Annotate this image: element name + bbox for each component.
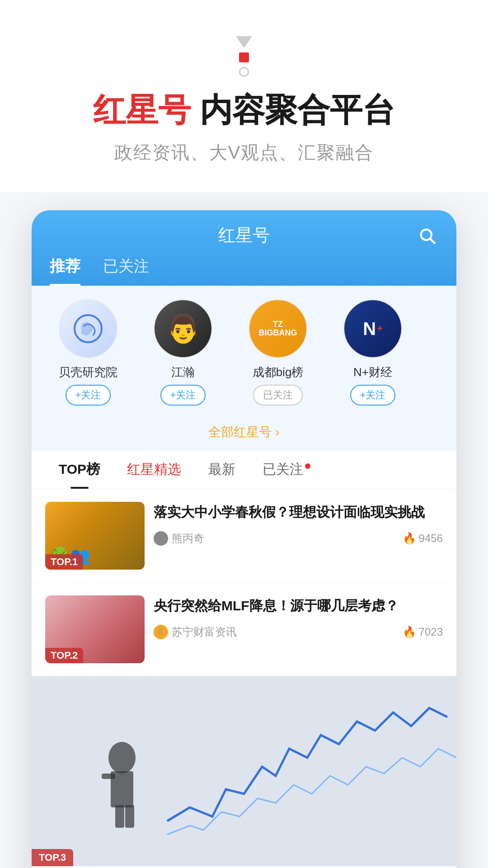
tab-following[interactable]: 已关注 — [103, 256, 149, 286]
article-meta-1: 熊丙奇 🔥 9456 — [154, 531, 443, 546]
tab-followed[interactable]: 已关注 — [249, 450, 324, 489]
article-large-body-3: 股市第一难题：如何提高上市公司质量？ 皮海洲 🔥 2208 — [32, 866, 456, 868]
channel-name-jiang: 江瀚 — [171, 364, 195, 380]
hero-title-black: 内容聚合平台 — [200, 92, 395, 128]
channel-name-bigbang: 成都big榜 — [253, 364, 304, 380]
hero-title: 红星号 内容聚合平台 — [18, 90, 470, 129]
rank-badge-2: TOP.2 — [45, 648, 83, 663]
article-large-3[interactable]: TOP.3 股市第一难题：如何提高上市公司质量？ 皮海洲 🔥 2208 — [32, 676, 456, 868]
app-title: 红星号 — [72, 224, 416, 247]
unread-dot — [305, 463, 310, 469]
channels-row: 贝壳研究院 +关注 👨 江瀚 +关注 TZBIGBANG 成都big榜 已关注 — [32, 286, 456, 415]
view-all-button[interactable]: 全部红星号 › — [32, 415, 456, 450]
triangle-icon — [236, 36, 252, 48]
article-large-image-3: TOP.3 — [32, 676, 456, 866]
phone-card: 红星号 推荐 已关注 — [32, 210, 456, 868]
phone-mockup-area: 红星号 推荐 已关注 — [0, 192, 488, 868]
follow-btn-jiang[interactable]: +关注 — [160, 385, 206, 406]
article-title-1: 落实大中小学春秋假？理想设计面临现实挑战 — [154, 502, 443, 522]
view-all-label: 全部红星号 — [208, 425, 272, 439]
channel-avatar-beike — [59, 299, 117, 358]
article-item[interactable]: TOP.1 落实大中小学春秋假？理想设计面临现实挑战 熊丙奇 🔥 9456 — [32, 489, 456, 583]
tab-redstar[interactable]: 红星精选 — [113, 450, 195, 489]
svg-point-4 — [108, 742, 136, 774]
article-item[interactable]: TOP.2 央行突然给MLF降息！源于哪几层考虑？ 苏 苏宁财富资讯 🔥 — [32, 583, 456, 676]
article-author-2: 苏 苏宁财富资讯 — [154, 625, 237, 639]
article-image-1: TOP.1 — [45, 502, 145, 570]
channel-name-beike: 贝壳研究院 — [59, 364, 117, 380]
article-content-2: 央行突然给MLF降息！源于哪几层考虑？ 苏 苏宁财富资讯 🔥 7023 — [154, 595, 443, 639]
article-count-2: 🔥 7023 — [403, 626, 443, 638]
svg-line-1 — [431, 239, 435, 243]
tab-recommend[interactable]: 推荐 — [50, 256, 80, 286]
channel-name-nplus: N+财经 — [353, 364, 392, 380]
tab-latest[interactable]: 最新 — [195, 450, 249, 489]
app-tabs: 推荐 已关注 — [50, 256, 438, 286]
article-list: TOP.1 落实大中小学春秋假？理想设计面临现实挑战 熊丙奇 🔥 9456 — [32, 489, 456, 868]
article-title-2: 央行突然给MLF降息！源于哪几层考虑？ — [154, 595, 443, 616]
content-tabs: TOP榜 红星精选 最新 已关注 — [32, 450, 456, 489]
stock-chart-svg — [32, 676, 456, 866]
article-meta-2: 苏 苏宁财富资讯 🔥 7023 — [154, 625, 443, 639]
article-count-1: 🔥 9456 — [403, 532, 443, 545]
fire-icon: 🔥 — [403, 532, 416, 545]
app-header-top: 红星号 — [50, 210, 438, 256]
red-dot-icon — [239, 52, 249, 62]
channel-jiang[interactable]: 👨 江瀚 +关注 — [140, 299, 226, 406]
channel-bigbang[interactable]: TZBIGBANG 成都big榜 已关注 — [235, 299, 321, 406]
article-content-1: 落实大中小学春秋假？理想设计面临现实挑战 熊丙奇 🔥 9456 — [154, 502, 443, 546]
svg-rect-3 — [32, 676, 456, 866]
svg-rect-8 — [125, 805, 134, 828]
author-avatar-2: 苏 — [154, 625, 168, 639]
circle-dot-icon — [239, 67, 249, 77]
follow-btn-bigbang[interactable]: 已关注 — [253, 385, 303, 406]
channel-avatar-bigbang: TZBIGBANG — [249, 299, 307, 358]
article-image-2: TOP.2 — [45, 595, 145, 663]
hero-title-red: 红星号 — [93, 92, 191, 128]
rank-badge-3: TOP.3 — [32, 849, 73, 866]
rank-badge-1: TOP.1 — [45, 554, 83, 570]
fire-icon-2: 🔥 — [403, 626, 416, 638]
app-header: 红星号 推荐 已关注 — [32, 210, 456, 286]
signal-indicator — [18, 36, 470, 77]
follow-btn-nplus[interactable]: +关注 — [350, 385, 396, 406]
channel-nplus[interactable]: N + N+财经 +关注 — [330, 299, 416, 406]
tab-top[interactable]: TOP榜 — [45, 450, 113, 489]
article-author-1: 熊丙奇 — [154, 531, 204, 546]
search-button[interactable] — [416, 224, 438, 247]
svg-rect-7 — [115, 805, 124, 828]
channel-avatar-nplus: N + — [343, 299, 402, 358]
channel-beike[interactable]: 贝壳研究院 +关注 — [45, 299, 131, 406]
author-avatar-1 — [154, 531, 168, 546]
svg-rect-6 — [102, 774, 115, 779]
hero-subtitle: 政经资讯、大V观点、汇聚融合 — [18, 140, 470, 165]
channel-avatar-jiang: 👨 — [154, 299, 212, 358]
follow-btn-beike[interactable]: +关注 — [66, 385, 111, 406]
chevron-right-icon: › — [275, 425, 279, 439]
hero-section: 红星号 内容聚合平台 政经资讯、大V观点、汇聚融合 — [0, 0, 488, 192]
